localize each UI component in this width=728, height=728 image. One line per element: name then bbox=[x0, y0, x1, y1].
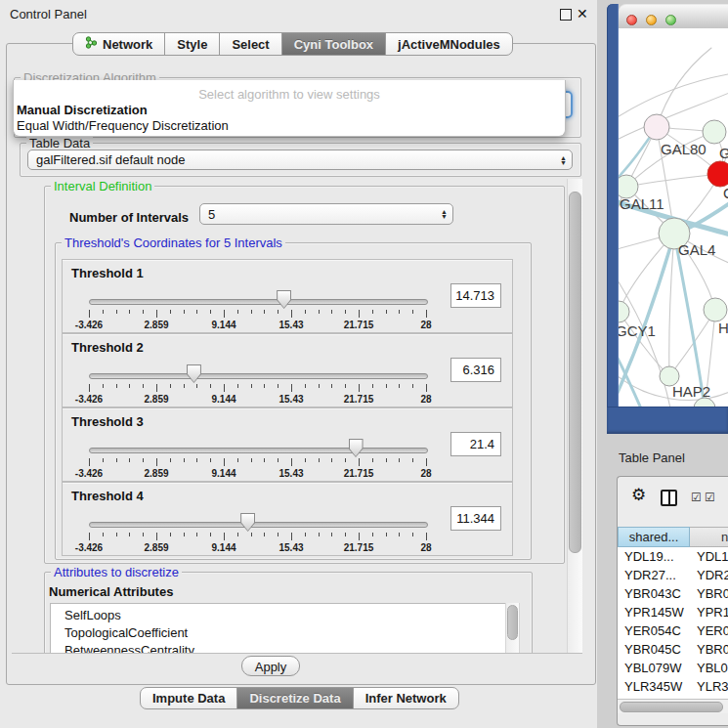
popup-item-equal-width-frequency-discretization[interactable]: Equal Width/Frequency Discretization bbox=[14, 118, 565, 134]
slider-handle[interactable] bbox=[187, 364, 201, 383]
close-icon[interactable]: ✕ bbox=[577, 6, 588, 21]
apply-button[interactable]: Apply bbox=[241, 656, 300, 676]
table-row[interactable]: YER054CYER0 bbox=[618, 621, 728, 640]
table-row[interactable]: YBR045CYBR0 bbox=[618, 640, 728, 659]
slider-handle[interactable] bbox=[240, 513, 255, 532]
minor-tick bbox=[305, 533, 306, 536]
minor-tick bbox=[116, 458, 117, 462]
minor-tick bbox=[305, 310, 306, 314]
slider-track[interactable] bbox=[89, 448, 428, 453]
tick-label: 21.715 bbox=[327, 468, 390, 479]
table-row[interactable]: YDR27...YDR2 bbox=[618, 566, 728, 584]
tick-label: 9.144 bbox=[193, 320, 255, 330]
numerical-attributes-list[interactable]: SelfLoopsTopologicalCoefficientBetweenne… bbox=[50, 603, 507, 654]
minor-tick bbox=[251, 384, 252, 388]
gear-icon[interactable]: ⚙ bbox=[631, 487, 646, 503]
network-node-ga[interactable] bbox=[703, 120, 726, 144]
zoom-traffic-light-icon[interactable] bbox=[665, 15, 676, 25]
tab-jactivemnodules[interactable]: jActiveMNodules bbox=[385, 32, 513, 56]
list-item-topologicalcoefficient[interactable]: TopologicalCoefficient bbox=[51, 624, 506, 642]
threshold-value-field[interactable]: 6.316 bbox=[450, 358, 501, 382]
minor-tick bbox=[319, 310, 320, 314]
network-node-h[interactable] bbox=[704, 298, 727, 321]
minimize-traffic-light-icon[interactable] bbox=[646, 15, 657, 25]
minor-tick bbox=[319, 384, 320, 388]
major-tick bbox=[291, 310, 292, 318]
number-of-intervals-combo[interactable]: 5 ▲▼ bbox=[199, 203, 453, 225]
tab-style[interactable]: Style bbox=[164, 32, 220, 56]
popup-item-manual-discretization[interactable]: Manual Discretization bbox=[14, 103, 565, 118]
tab-infer-network[interactable]: Infer Network bbox=[353, 687, 459, 709]
cell-shared-name: YDL19... bbox=[618, 547, 690, 566]
table-row[interactable]: YLR345WYLR3 bbox=[618, 677, 728, 696]
minor-tick bbox=[264, 458, 265, 462]
network-window-titlebar[interactable] bbox=[619, 4, 728, 29]
close-traffic-light-icon[interactable] bbox=[626, 15, 637, 25]
tab-network[interactable]: Network bbox=[72, 32, 165, 56]
tick-label: 2.859 bbox=[125, 542, 188, 553]
table-row[interactable]: YBR043CYBR0 bbox=[618, 584, 728, 603]
network-node-gal80[interactable] bbox=[644, 114, 669, 140]
major-tick bbox=[156, 310, 157, 318]
checkbox-icon[interactable]: ☑ bbox=[691, 491, 702, 504]
float-window-icon[interactable] bbox=[560, 9, 572, 21]
cell-name: YER0 bbox=[690, 621, 728, 640]
slider-track[interactable] bbox=[89, 373, 428, 379]
network-node-c[interactable] bbox=[707, 161, 728, 187]
table-row[interactable]: YBL079WYBL0 bbox=[618, 659, 728, 677]
settings-scrollbar[interactable] bbox=[567, 179, 582, 653]
network-edge[interactable] bbox=[619, 312, 669, 376]
network-edge[interactable] bbox=[619, 273, 671, 407]
scrollbar-thumb[interactable] bbox=[569, 192, 581, 553]
scrollbar-thumb[interactable] bbox=[620, 702, 723, 712]
list-item-betweennesscentrality[interactable]: BetweennessCentrality bbox=[51, 642, 506, 654]
tab-discretize-data[interactable]: Discretize Data bbox=[236, 687, 353, 709]
threshold-value-field[interactable]: 14.713 bbox=[450, 283, 501, 308]
minor-tick bbox=[251, 458, 252, 462]
number-of-intervals-value: 5 bbox=[208, 207, 215, 222]
major-tick bbox=[224, 310, 225, 318]
tab-impute-data[interactable]: Impute Data bbox=[140, 687, 237, 709]
table-header-row: shared... na bbox=[618, 527, 728, 547]
settings-scroll-area: Interval Definition Number of Intervals … bbox=[12, 179, 582, 654]
network-node-gcy1[interactable] bbox=[619, 301, 629, 322]
table-row[interactable]: YPR145WYPR1 bbox=[618, 603, 728, 621]
minor-tick bbox=[386, 384, 387, 388]
tick-label: 21.715 bbox=[327, 542, 390, 553]
minor-tick bbox=[278, 458, 278, 462]
slider-track[interactable] bbox=[89, 522, 428, 528]
checkbox-icon[interactable]: ☑ bbox=[705, 491, 715, 504]
table-data-combo[interactable]: galFiltered.sif default node ▲▼ bbox=[27, 150, 573, 170]
node-label: HAP2 bbox=[672, 383, 710, 400]
minor-tick bbox=[237, 310, 238, 314]
tab-cyni-toolbox[interactable]: Cyni Toolbox bbox=[281, 32, 386, 56]
column-header-shared[interactable]: shared... bbox=[618, 527, 690, 547]
attributes-list-scrollbar[interactable] bbox=[505, 603, 520, 654]
column-header-name[interactable]: na bbox=[690, 527, 728, 547]
slider-handle[interactable] bbox=[277, 290, 291, 309]
table-row[interactable]: YDL19...YDL1 bbox=[618, 547, 728, 566]
table-horizontal-scrollbar[interactable] bbox=[618, 699, 728, 713]
threshold-value-field[interactable]: 11.344 bbox=[450, 506, 501, 531]
network-edge[interactable] bbox=[626, 174, 720, 187]
network-edge-highlighted[interactable] bbox=[674, 234, 705, 407]
network-edge[interactable] bbox=[657, 48, 711, 127]
columns-icon[interactable] bbox=[661, 490, 677, 506]
network-edge[interactable] bbox=[619, 73, 728, 120]
minor-tick bbox=[305, 384, 306, 388]
table-panel-title: Table Panel bbox=[619, 450, 685, 465]
scrollbar-thumb[interactable] bbox=[507, 605, 518, 640]
slider-handle[interactable] bbox=[349, 439, 364, 457]
threshold-value-field[interactable]: 21.4 bbox=[450, 432, 501, 456]
network-edge[interactable] bbox=[669, 234, 674, 376]
tab-select[interactable]: Select bbox=[219, 32, 281, 56]
minor-tick bbox=[116, 533, 117, 536]
network-canvas[interactable]: GAL80GACGAL11GAL4GCY1HHAP2 bbox=[619, 28, 728, 407]
major-tick bbox=[426, 458, 427, 466]
minor-tick bbox=[170, 533, 171, 536]
minor-tick bbox=[251, 533, 252, 536]
list-item-selfloops[interactable]: SelfLoops bbox=[51, 607, 506, 624]
threshold-box-1: Threshold 1-3.4262.8599.14415.4321.71528… bbox=[62, 259, 513, 333]
slider-track[interactable] bbox=[89, 299, 428, 305]
tick-label: 21.715 bbox=[327, 320, 390, 330]
